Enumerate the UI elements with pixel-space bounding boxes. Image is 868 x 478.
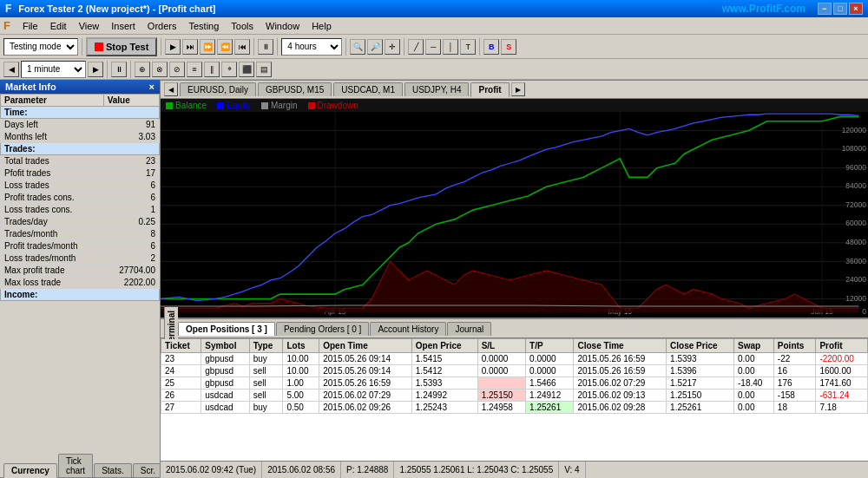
tb-text[interactable]: T	[460, 39, 476, 55]
tb-vline[interactable]: │	[443, 39, 458, 55]
tb-btn-2[interactable]: ⏭	[182, 39, 198, 55]
chart-tabs-left-arrow[interactable]: ◀	[164, 82, 178, 96]
tb-chart-zoom-out[interactable]: 🔎	[367, 39, 383, 55]
tb-crosshair[interactable]: ✛	[385, 39, 400, 55]
sep8	[107, 61, 108, 78]
trade-header-close-time: Close Time	[574, 339, 667, 353]
bottom-tab-3[interactable]: Journal	[447, 322, 491, 336]
tb-btn-5[interactable]: ⏮	[234, 39, 250, 55]
table-row[interactable]: 26usdcadsell5.002015.06.02 07:291.249921…	[161, 390, 868, 402]
trade-cell-3: 1.00	[283, 377, 319, 390]
tb2-pause[interactable]: ⏸	[111, 62, 127, 77]
menu-orders[interactable]: Orders	[142, 19, 182, 33]
panel-param-cell: Loss trades/month	[1, 252, 104, 265]
tb2-b3[interactable]: ⊘	[169, 62, 185, 77]
trade-cell-7: 1.5466	[526, 377, 574, 390]
menu-view[interactable]: View	[74, 19, 105, 33]
panel-close-button[interactable]: ×	[149, 82, 155, 92]
trade-cell-10: 0.00	[733, 402, 773, 414]
tb-btn-pause[interactable]: ⏸	[258, 39, 273, 55]
tb-btn-4[interactable]: ⏪	[217, 39, 233, 55]
table-row[interactable]: 27usdcadbuy0.502015.06.02 09:261.252431.…	[161, 402, 868, 414]
legend-dot-equity	[217, 102, 224, 109]
chart-tab-profit[interactable]: Profit	[470, 82, 509, 97]
panel-scroll[interactable]: ParameterValueTime:Days left91Months lef…	[0, 94, 160, 454]
tb-chart-zoom-in[interactable]: 🔍	[350, 39, 365, 55]
trade-cell-5: 1.5412	[411, 365, 477, 377]
chart-legend: BalanceEquityMarginDrawdown	[161, 99, 868, 112]
chart-tab-gbpusd--m15[interactable]: GBPUSD, M15	[258, 82, 332, 96]
table-row[interactable]: 25gbpusdsell1.002015.05.26 16:591.53931.…	[161, 377, 868, 390]
timeframe-dropdown[interactable]: 4 hours 1 minute Daily	[281, 38, 342, 56]
menu-file[interactable]: File	[17, 19, 43, 33]
tb2-b8[interactable]: ▤	[256, 62, 272, 77]
trade-cell-2: buy	[249, 353, 283, 365]
table-row[interactable]: 24gbpusdsell10.002015.05.26 09:141.54120…	[161, 365, 868, 377]
stop-test-button[interactable]: Stop Test	[86, 37, 157, 56]
bottom-tab-1[interactable]: Pending Orders [ 0 ]	[276, 322, 370, 336]
watermark: www.ProfitF.com	[722, 3, 806, 15]
panel-title: Market Info ×	[0, 80, 160, 94]
menu-testing[interactable]: Testing	[183, 19, 224, 33]
legend-item-balance: Balance	[166, 101, 207, 110]
svg-text:24000: 24000	[845, 275, 866, 284]
status-item-1: 2015.06.02 08:56	[262, 462, 341, 478]
panel-tab-currency[interactable]: Currency	[3, 463, 57, 478]
chart-tabs-right-arrow[interactable]: ▶	[511, 82, 525, 96]
menu-insert[interactable]: Insert	[106, 19, 141, 33]
mode-dropdown[interactable]: Testing mode	[3, 38, 78, 56]
trade-header-lots: Lots	[283, 339, 319, 353]
tb2-b6[interactable]: ⌖	[221, 62, 237, 77]
trade-cell-7: 0.0000	[526, 353, 574, 365]
chart-tab-eurusd--daily[interactable]: EURUSD, Daily	[180, 82, 256, 96]
panel-param-cell: Total trades	[1, 155, 104, 167]
close-button[interactable]: ×	[849, 3, 863, 15]
chart-tab-usdcad--m1[interactable]: USDCAD, M1	[333, 82, 403, 96]
trade-header-open-time: Open Time	[319, 339, 412, 353]
tb-sell[interactable]: S	[501, 39, 516, 55]
tb2-b7[interactable]: ⬛	[239, 62, 254, 77]
tb2-b2[interactable]: ⊗	[152, 62, 168, 77]
bottom-tab-0[interactable]: Open Positions [ 3 ]	[178, 322, 275, 336]
panel-tab-scr-[interactable]: Scr.	[133, 463, 161, 477]
bottom-status-bar: 2015.06.02 09:42 (Tue)2015.06.02 08:56P:…	[161, 461, 868, 478]
chart-tab-usdjpy--h4[interactable]: USDJPY, H4	[404, 82, 470, 96]
tb-btn-3[interactable]: ⏩	[200, 39, 215, 55]
trade-cell-4: 2015.05.26 09:14	[319, 353, 412, 365]
trade-cell-11: 176	[773, 377, 816, 390]
trade-header-open-price: Open Price	[411, 339, 477, 353]
tb2-btn1[interactable]: ◀	[3, 62, 19, 77]
bottom-tab-2[interactable]: Account History	[370, 322, 446, 336]
chart-panel: BalanceEquityMarginDrawdown	[161, 99, 868, 318]
timeframe2-dropdown[interactable]: 1 minute 4 hours	[21, 61, 86, 78]
menu-window[interactable]: Window	[260, 19, 305, 33]
tb-line[interactable]: ╱	[408, 39, 424, 55]
panel-param-cell: Pfofit trades	[1, 167, 104, 180]
chart-tabs-nav: ◀EURUSD, DailyGBPUSD, M15USDCAD, M1USDJP…	[161, 80, 868, 99]
trade-header-s-l: S/L	[477, 339, 525, 353]
tb2-b5[interactable]: ∥	[204, 62, 220, 77]
tb2-b1[interactable]: ⊕	[135, 62, 150, 77]
tb-btn-1[interactable]: ▶	[165, 39, 181, 55]
sep6	[404, 38, 404, 56]
panel-value-cell: 1	[103, 204, 159, 216]
panel-section-row: Time:	[1, 107, 160, 119]
table-row[interactable]: 23gbpusdbuy10.002015.05.26 09:141.54150.…	[161, 353, 868, 365]
toolbar-main: Testing mode Stop Test ▶ ⏭ ⏩ ⏪ ⏮ ⏸ 4 hou…	[0, 35, 868, 59]
trades-scroll-area[interactable]: TicketSymbolTypeLotsOpen TimeOpen PriceS…	[161, 338, 868, 461]
panel-tab-tick-chart[interactable]: Tick chart	[58, 454, 93, 477]
tb-buy[interactable]: B	[483, 39, 499, 55]
tb2-btn2[interactable]: ▶	[88, 62, 103, 77]
menu-tools[interactable]: Tools	[226, 19, 259, 33]
menu-edit[interactable]: Edit	[45, 19, 72, 33]
panel-param-cell: Trades/month	[1, 228, 104, 240]
maximize-button[interactable]: □	[833, 3, 847, 15]
chart-area[interactable]: 120000 108000 96000 84000 72000 60000 48…	[161, 112, 868, 318]
menu-help[interactable]: Help	[306, 19, 337, 33]
sep1	[82, 38, 82, 56]
minimize-button[interactable]: −	[818, 3, 832, 15]
tb2-b4[interactable]: ≡	[187, 62, 202, 77]
tb-hline[interactable]: ─	[425, 39, 441, 55]
panel-value-cell: 23	[103, 155, 159, 167]
panel-tab-stats-[interactable]: Stats.	[94, 463, 132, 477]
